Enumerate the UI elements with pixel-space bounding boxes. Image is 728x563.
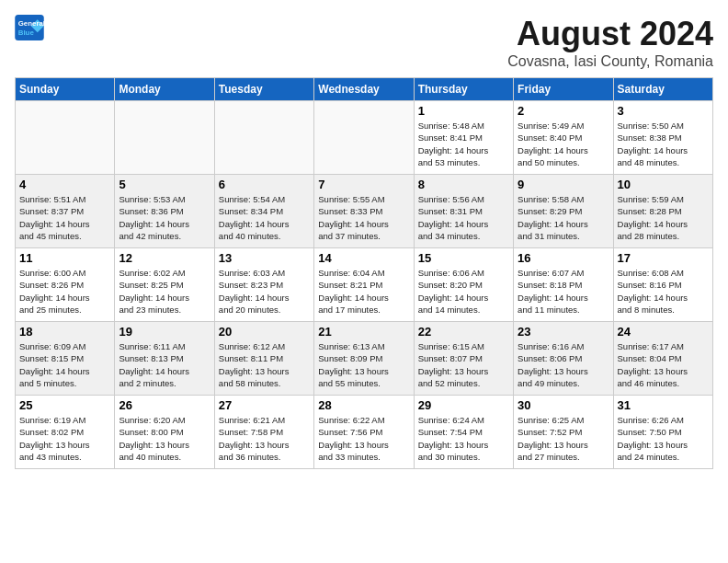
calendar-cell: 29Sunrise: 6:24 AM Sunset: 7:54 PM Dayli… — [414, 396, 513, 469]
day-number: 7 — [318, 178, 409, 191]
cell-info: Sunrise: 5:49 AM Sunset: 8:40 PM Dayligh… — [518, 120, 609, 168]
calendar-cell: 8Sunrise: 5:56 AM Sunset: 8:31 PM Daylig… — [414, 175, 513, 248]
day-header-sunday: Sunday — [16, 78, 115, 101]
day-number: 17 — [618, 251, 709, 265]
cell-info: Sunrise: 6:12 AM Sunset: 8:11 PM Dayligh… — [219, 340, 310, 389]
day-number: 22 — [418, 325, 509, 339]
cell-info: Sunrise: 6:15 AM Sunset: 8:07 PM Dayligh… — [418, 340, 509, 389]
day-number: 28 — [318, 398, 409, 412]
calendar-cell: 18Sunrise: 6:09 AM Sunset: 8:15 PM Dayli… — [16, 322, 115, 396]
day-header-monday: Monday — [115, 78, 214, 101]
calendar-cell: 20Sunrise: 6:12 AM Sunset: 8:11 PM Dayli… — [214, 322, 313, 396]
day-number: 9 — [518, 178, 609, 191]
day-number: 16 — [518, 251, 609, 265]
calendar-cell: 12Sunrise: 6:02 AM Sunset: 8:25 PM Dayli… — [115, 248, 214, 322]
calendar-cell: 22Sunrise: 6:15 AM Sunset: 8:07 PM Dayli… — [414, 322, 513, 396]
day-header-wednesday: Wednesday — [314, 78, 414, 101]
day-number: 5 — [119, 178, 210, 191]
cell-info: Sunrise: 6:04 AM Sunset: 8:21 PM Dayligh… — [318, 267, 409, 316]
day-header-thursday: Thursday — [414, 78, 513, 101]
calendar-cell: 2Sunrise: 5:49 AM Sunset: 8:40 PM Daylig… — [514, 101, 613, 175]
day-number: 25 — [19, 398, 110, 412]
day-number: 1 — [418, 104, 509, 118]
svg-text:Blue: Blue — [18, 29, 35, 37]
day-number: 2 — [518, 104, 609, 118]
cell-info: Sunrise: 6:26 AM Sunset: 7:50 PM Dayligh… — [618, 414, 709, 463]
day-number: 31 — [618, 398, 709, 412]
cell-info: Sunrise: 6:22 AM Sunset: 7:56 PM Dayligh… — [318, 414, 409, 463]
day-number: 3 — [618, 104, 709, 118]
calendar-cell: 5Sunrise: 5:53 AM Sunset: 8:36 PM Daylig… — [115, 175, 214, 248]
day-number: 12 — [119, 251, 210, 265]
day-number: 19 — [119, 325, 210, 339]
logo-icon: General Blue — [15, 15, 44, 40]
cell-info: Sunrise: 6:09 AM Sunset: 8:15 PM Dayligh… — [19, 340, 110, 389]
cell-info: Sunrise: 6:19 AM Sunset: 8:02 PM Dayligh… — [19, 414, 110, 463]
day-number: 15 — [418, 251, 509, 265]
day-number: 26 — [119, 398, 210, 412]
calendar-cell: 10Sunrise: 5:59 AM Sunset: 8:28 PM Dayli… — [613, 175, 712, 248]
cell-info: Sunrise: 6:17 AM Sunset: 8:04 PM Dayligh… — [618, 340, 709, 389]
cell-info: Sunrise: 5:56 AM Sunset: 8:31 PM Dayligh… — [418, 193, 509, 242]
calendar-cell — [16, 101, 115, 175]
day-number: 14 — [318, 251, 409, 265]
svg-text:General: General — [18, 19, 44, 28]
calendar-cell: 1Sunrise: 5:48 AM Sunset: 8:41 PM Daylig… — [414, 101, 513, 175]
day-number: 4 — [19, 178, 110, 191]
cell-info: Sunrise: 6:13 AM Sunset: 8:09 PM Dayligh… — [318, 340, 409, 389]
header: General Blue August 2024 Covasna, Iasi C… — [15, 15, 713, 70]
title-area: August 2024 Covasna, Iasi County, Romani… — [507, 15, 713, 70]
month-title: August 2024 — [507, 15, 713, 53]
cell-info: Sunrise: 5:51 AM Sunset: 8:37 PM Dayligh… — [19, 193, 110, 242]
day-number: 29 — [418, 398, 509, 412]
day-number: 21 — [318, 325, 409, 339]
calendar-cell: 26Sunrise: 6:20 AM Sunset: 8:00 PM Dayli… — [115, 396, 214, 469]
cell-info: Sunrise: 6:08 AM Sunset: 8:16 PM Dayligh… — [618, 267, 709, 316]
day-number: 11 — [19, 251, 110, 265]
day-header-tuesday: Tuesday — [214, 78, 313, 101]
calendar-cell: 7Sunrise: 5:55 AM Sunset: 8:33 PM Daylig… — [314, 175, 414, 248]
cell-info: Sunrise: 6:00 AM Sunset: 8:26 PM Dayligh… — [19, 267, 110, 316]
day-number: 30 — [518, 398, 609, 412]
cell-info: Sunrise: 6:24 AM Sunset: 7:54 PM Dayligh… — [418, 414, 509, 463]
calendar-cell: 3Sunrise: 5:50 AM Sunset: 8:38 PM Daylig… — [613, 101, 712, 175]
day-number: 20 — [219, 325, 310, 339]
cell-info: Sunrise: 5:58 AM Sunset: 8:29 PM Dayligh… — [518, 193, 609, 242]
calendar-cell: 31Sunrise: 6:26 AM Sunset: 7:50 PM Dayli… — [613, 396, 712, 469]
calendar-table: SundayMondayTuesdayWednesdayThursdayFrid… — [15, 77, 713, 469]
calendar-cell: 19Sunrise: 6:11 AM Sunset: 8:13 PM Dayli… — [115, 322, 214, 396]
calendar-cell: 6Sunrise: 5:54 AM Sunset: 8:34 PM Daylig… — [214, 175, 313, 248]
cell-info: Sunrise: 5:50 AM Sunset: 8:38 PM Dayligh… — [618, 120, 709, 168]
cell-info: Sunrise: 6:02 AM Sunset: 8:25 PM Dayligh… — [119, 267, 210, 316]
cell-info: Sunrise: 5:53 AM Sunset: 8:36 PM Dayligh… — [119, 193, 210, 242]
cell-info: Sunrise: 6:21 AM Sunset: 7:58 PM Dayligh… — [219, 414, 310, 463]
cell-info: Sunrise: 6:16 AM Sunset: 8:06 PM Dayligh… — [518, 340, 609, 389]
cell-info: Sunrise: 6:11 AM Sunset: 8:13 PM Dayligh… — [119, 340, 210, 389]
day-number: 24 — [618, 325, 709, 339]
calendar-cell: 24Sunrise: 6:17 AM Sunset: 8:04 PM Dayli… — [613, 322, 712, 396]
day-number: 23 — [518, 325, 609, 339]
calendar-cell: 17Sunrise: 6:08 AM Sunset: 8:16 PM Dayli… — [613, 248, 712, 322]
cell-info: Sunrise: 6:07 AM Sunset: 8:18 PM Dayligh… — [518, 267, 609, 316]
calendar-cell — [214, 101, 313, 175]
calendar-cell: 14Sunrise: 6:04 AM Sunset: 8:21 PM Dayli… — [314, 248, 414, 322]
day-header-friday: Friday — [514, 78, 613, 101]
subtitle: Covasna, Iasi County, Romania — [507, 53, 713, 70]
cell-info: Sunrise: 5:59 AM Sunset: 8:28 PM Dayligh… — [618, 193, 709, 242]
calendar-cell — [115, 101, 214, 175]
cell-info: Sunrise: 6:06 AM Sunset: 8:20 PM Dayligh… — [418, 267, 509, 316]
calendar-cell: 23Sunrise: 6:16 AM Sunset: 8:06 PM Dayli… — [514, 322, 613, 396]
calendar-cell: 28Sunrise: 6:22 AM Sunset: 7:56 PM Dayli… — [314, 396, 414, 469]
day-number: 10 — [618, 178, 709, 191]
calendar-cell: 16Sunrise: 6:07 AM Sunset: 8:18 PM Dayli… — [514, 248, 613, 322]
calendar-cell: 27Sunrise: 6:21 AM Sunset: 7:58 PM Dayli… — [214, 396, 313, 469]
calendar-cell: 4Sunrise: 5:51 AM Sunset: 8:37 PM Daylig… — [16, 175, 115, 248]
calendar-cell — [314, 101, 414, 175]
day-number: 27 — [219, 398, 310, 412]
calendar-cell: 30Sunrise: 6:25 AM Sunset: 7:52 PM Dayli… — [514, 396, 613, 469]
cell-info: Sunrise: 5:48 AM Sunset: 8:41 PM Dayligh… — [418, 120, 509, 168]
cell-info: Sunrise: 6:03 AM Sunset: 8:23 PM Dayligh… — [219, 267, 310, 316]
day-header-saturday: Saturday — [613, 78, 712, 101]
day-number: 8 — [418, 178, 509, 191]
calendar-cell: 11Sunrise: 6:00 AM Sunset: 8:26 PM Dayli… — [16, 248, 115, 322]
